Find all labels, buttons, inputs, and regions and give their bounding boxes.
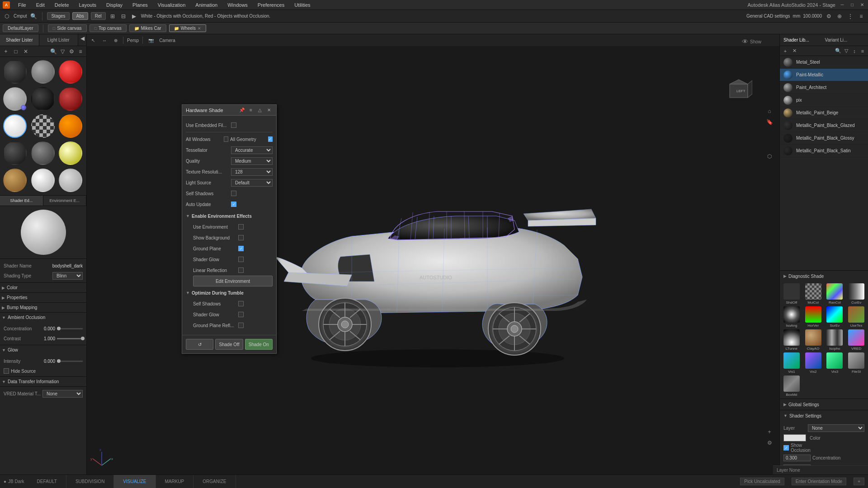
shading-type-dropdown[interactable]: Blinn Lambert Phong [52,272,83,280]
swatch-mid-gray-container[interactable] [30,59,56,85]
rp-menu-btn[interactable]: ≡ [859,47,866,55]
bottom-tab-subdivision[interactable]: SUBDIVISION [66,475,114,488]
color-swatch[interactable] [783,434,806,441]
swatch-yellow-container[interactable] [57,140,84,166]
glow-section-header[interactable]: ▼ Glow [0,345,86,355]
edit-environment-button[interactable]: Edit Environment [193,276,273,286]
snap-icon[interactable]: ⊕ [835,12,844,20]
bottom-tab-visualize[interactable]: VISUALIZE [114,475,156,488]
swatch-dark-round-container[interactable] [2,140,28,166]
shader-glow-checkbox[interactable] [238,257,244,262]
swatch-orange-container[interactable] [57,113,84,139]
optimize-section-header[interactable]: ▼ Optimize During Tumble [186,288,273,298]
diagnostic-item[interactable]: BoxMd [782,375,802,397]
swatch-black-container[interactable] [30,86,56,112]
global-settings-header[interactable]: ▶ Global Settings [780,399,868,410]
diagnostic-item[interactable]: Vis2 [803,352,823,374]
grid-icon[interactable]: ⊞ [108,12,117,20]
close-button[interactable]: ✕ [859,2,865,8]
shader-list-item[interactable]: Metallic_Paint_Black_Glazed [780,119,868,132]
swatch-tan-container[interactable] [2,167,28,193]
diagnostic-item[interactable]: CurEv [846,283,866,305]
rp-sort-btn[interactable]: ↕ [851,47,858,55]
rp-search-btn[interactable]: 🔍 [835,47,842,55]
env-effects-section-header[interactable]: ▼ Enable Environment Effects [186,211,273,221]
opt-self-shadows-checkbox[interactable] [238,301,244,306]
shader-list-item[interactable]: Metallic_Paint_Black_Glossy [780,132,868,145]
delete-shader-btn[interactable]: ✕ [22,47,30,56]
reset-button[interactable]: ↺ [186,339,213,350]
use-environment-checkbox[interactable] [238,224,244,230]
diagnostic-item[interactable]: ShdOff [782,283,802,305]
quality-dropdown[interactable]: Medium High Low [231,157,273,165]
diagnostic-item[interactable]: Vis1 [782,352,802,374]
side-canvas-tab[interactable]: □ Side canvas [48,24,87,32]
linear-reflection-checkbox[interactable] [238,267,244,273]
settings-icon[interactable]: ⚙ [825,12,833,20]
menu-layouts[interactable]: Layouts [77,1,99,9]
light-source-dropdown[interactable]: Default [231,179,273,187]
shader-list-item[interactable]: Paint-Metallic [780,69,868,81]
swatch-red-container[interactable] [57,59,84,85]
default-layer-tab[interactable]: DefaultLayer [3,24,38,32]
search-icon[interactable]: 🔍 [29,12,38,20]
align-icon[interactable]: ≡ [857,12,865,20]
color-section-header[interactable]: ▶ Color [0,282,86,292]
swatch-checker-container[interactable] [30,113,56,139]
shader-list-item[interactable]: Metallic_Paint_Beige [780,107,868,119]
stages-button[interactable]: Stages [47,12,69,20]
contrast-track[interactable] [57,338,83,339]
rp-add-btn[interactable]: + [782,47,789,55]
dialog-menu-btn[interactable]: ≡ [247,107,255,114]
properties-section-header[interactable]: ▶ Properties [0,292,86,302]
variant-lib-tab[interactable]: Variant Li... [825,38,865,42]
light-lister-tab[interactable]: Light Lister [39,34,79,46]
tessellator-dropdown[interactable]: Accurate Fast [231,146,273,154]
all-windows-checkbox[interactable] [224,136,228,142]
swatch-white-selected-container[interactable] [2,113,28,139]
wheels-close-icon[interactable]: ✕ [198,26,201,31]
shader-list-item[interactable]: Metal_Steel [780,56,868,69]
mikes-car-tab[interactable]: 📁 Mikes Car [129,24,166,32]
ambient-occlusion-section-header[interactable]: ▼ Ambient Occlusion [0,312,86,322]
menu-shader-btn[interactable]: ≡ [76,47,85,56]
swatch-mid-dark-container[interactable] [30,140,56,166]
viewport[interactable]: ↖ ↔ ⊕ Persp 📷 Camera 👁 Show LEFT ⌂ [87,34,779,474]
diagnostic-item[interactable]: LTunne [782,329,802,351]
menu-animation[interactable]: Animation [193,1,219,9]
data-transfer-section-header[interactable]: ▼ Data Transfer Information [0,376,86,386]
layer-dropdown[interactable]: None [808,424,864,432]
settings-shader-btn[interactable]: ⚙ [67,47,75,56]
diagnostic-item[interactable]: IsoAng [782,306,802,328]
self-shadows-checkbox[interactable] [231,191,236,196]
rp-delete-btn[interactable]: ✕ [791,47,798,55]
shader-list-item[interactable]: Metallic_Paint_Black_Satin [780,145,868,157]
opt-ground-plane-checkbox[interactable] [238,323,244,328]
shader-list-item[interactable]: pix [780,94,868,107]
bump-mapping-section-header[interactable]: ▶ Bump Mapping [0,302,86,312]
add-tab-button[interactable]: + [854,478,864,485]
wheels-tab[interactable]: 📁 Wheels ✕ [169,24,206,32]
swatch-dark-gray-container[interactable] [2,59,28,85]
concentration-thumb[interactable] [57,327,61,330]
remove-shader-btn[interactable]: □ [12,47,20,56]
swatch-dark-red-container[interactable] [57,86,84,112]
hide-source-checkbox[interactable] [4,368,9,374]
swatch-light-metal-container[interactable] [57,167,84,193]
menu-edit[interactable]: Edit [34,1,47,9]
left-panel-collapse-btn[interactable]: ◀ [78,34,86,42]
diagnostic-item[interactable]: MulCol [803,283,823,305]
shade-on-button[interactable]: Shade On [245,339,273,350]
shader-settings-header[interactable]: ▼ Shader Settings [780,410,868,421]
abs-button[interactable]: Abs [72,12,88,20]
filter-shader-btn[interactable]: ▽ [58,47,66,56]
bottom-tab-markup[interactable]: MARKUP [156,475,194,488]
shader-editor-tab[interactable]: Shader Ed... [0,196,43,206]
use-embedded-checkbox[interactable] [231,122,236,128]
menu-file[interactable]: File [16,1,28,9]
all-geometry-checkbox[interactable]: ✓ [268,136,273,142]
search-shader-btn[interactable]: 🔍 [49,47,57,56]
diagnostic-item[interactable]: Isopho [825,329,845,351]
show-background-checkbox[interactable] [238,235,244,240]
swatch-white-sphere-container[interactable] [30,167,56,193]
